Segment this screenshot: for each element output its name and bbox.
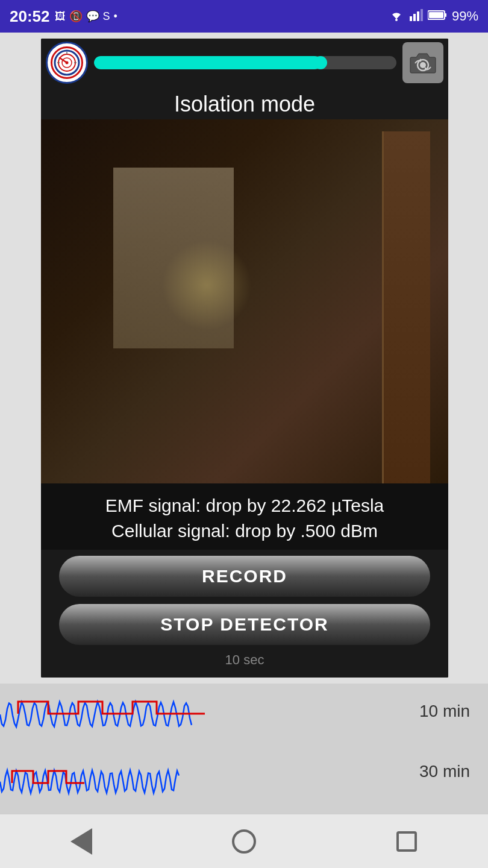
svg-rect-6 xyxy=(445,13,446,17)
photo-icon: 🖼 xyxy=(55,10,66,23)
svg-point-0 xyxy=(395,19,398,21)
buttons-area: RECORD STOP DETECTOR 10 sec xyxy=(41,550,448,678)
app-logo xyxy=(46,42,88,84)
svg-rect-7 xyxy=(429,12,443,18)
dot-icon: • xyxy=(114,10,117,23)
record-button[interactable]: RECORD xyxy=(59,556,430,597)
navigation-bar xyxy=(0,814,488,868)
recent-button[interactable] xyxy=(389,823,425,860)
progress-fill xyxy=(94,56,321,69)
skype-icon: S xyxy=(103,10,110,23)
main-area: Isolation mode EMF signal: drop by 22.26… xyxy=(0,33,488,868)
camera-button[interactable] xyxy=(402,42,443,83)
svg-rect-2 xyxy=(413,14,416,21)
graph-label-10min: 10 min xyxy=(419,702,470,721)
missed-call-icon: 📵 xyxy=(69,10,83,23)
battery-level: 99% xyxy=(452,8,478,24)
svg-rect-3 xyxy=(417,11,419,21)
progress-dot xyxy=(314,56,327,69)
messenger-icon: 💬 xyxy=(86,10,99,23)
svg-rect-1 xyxy=(410,16,412,21)
cellular-signal-text: Cellular signal: drop by .500 dBm xyxy=(41,518,448,544)
progress-bar xyxy=(94,56,396,69)
app-panel: Isolation mode EMF signal: drop by 22.26… xyxy=(41,39,448,678)
svg-rect-4 xyxy=(421,9,423,21)
mode-title: Isolation mode xyxy=(41,87,448,119)
emf-signal-text: EMF signal: drop by 22.262 µTesla xyxy=(41,493,448,518)
stop-detector-button[interactable]: STOP DETECTOR xyxy=(59,604,430,645)
wifi-icon xyxy=(388,8,405,25)
sec-label: 10 sec xyxy=(59,652,430,671)
camera-feed xyxy=(41,119,448,483)
battery-icon xyxy=(428,8,447,24)
home-button[interactable] xyxy=(226,823,262,860)
graph-label-30min: 30 min xyxy=(419,762,470,781)
back-button[interactable] xyxy=(63,823,99,860)
status-time: 20:52 xyxy=(10,7,50,26)
top-bar xyxy=(41,39,448,87)
status-bar: 20:52 🖼 📵 💬 S • 99% xyxy=(0,0,488,33)
svg-point-12 xyxy=(66,61,69,64)
signal-icon xyxy=(410,8,423,25)
signal-info: EMF signal: drop by 22.262 µTesla Cellul… xyxy=(41,483,448,550)
